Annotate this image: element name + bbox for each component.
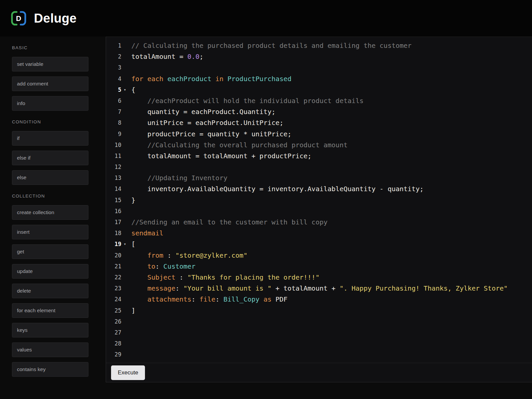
- token-plain: :: [175, 273, 187, 281]
- code-line: 29: [106, 349, 532, 360]
- token-id: Bill_Copy: [223, 295, 259, 303]
- fold-slot: [121, 117, 131, 128]
- code-line: 2totalAmount = 0.0;: [106, 51, 532, 62]
- sidebar-item-get[interactable]: get: [12, 244, 88, 259]
- execute-button[interactable]: Execute: [111, 365, 145, 380]
- token-id: ProductPurchased: [227, 75, 292, 83]
- line-number: 1: [106, 40, 121, 51]
- fold-slot: [121, 272, 131, 283]
- code-area[interactable]: 1// Calculating the purchased product de…: [106, 37, 532, 363]
- code-line: 19▾[: [106, 239, 532, 250]
- line-number: 15: [106, 195, 121, 206]
- main-content: BASICset variableadd commentinfoCONDITIO…: [0, 37, 532, 399]
- token-str: ". Happy Purchasing! Thanks, Zylker Stor…: [339, 284, 508, 292]
- code-line: 16: [106, 206, 532, 217]
- line-number: 22: [106, 272, 121, 283]
- fold-slot: [121, 294, 131, 305]
- sidebar-item-delete[interactable]: delete: [12, 284, 88, 298]
- line-number: 8: [106, 117, 121, 128]
- fold-slot: [121, 51, 131, 62]
- code-line: 11 totalAmount = totalAmount + productPr…: [106, 151, 532, 162]
- line-number: 24: [106, 294, 121, 305]
- code-text: // Calculating the purchased product det…: [131, 40, 412, 51]
- token-plain: totalAmount =: [131, 53, 188, 61]
- fold-slot: [121, 162, 131, 173]
- sidebar-item-values[interactable]: values: [12, 342, 88, 357]
- sidebar-item-keys[interactable]: keys: [12, 323, 88, 337]
- sidebar-section-label: BASIC: [12, 45, 106, 50]
- line-number: 4: [106, 73, 121, 84]
- code-line: 27: [106, 327, 532, 338]
- code-line: 3: [106, 62, 532, 73]
- code-text: for each eachProduct in ProductPurchased: [131, 73, 292, 84]
- line-number: 12: [106, 162, 121, 173]
- fold-slot: [121, 184, 131, 195]
- code-line: 8 unitPrice = eachProduct.UnitPrice;: [106, 117, 532, 128]
- token-kw: sendmail: [131, 229, 163, 237]
- fold-slot: [121, 129, 131, 140]
- token-kw: from: [131, 251, 163, 259]
- line-number: 5: [106, 84, 121, 95]
- token-plain: quantity = eachProduct.Quantity;: [131, 108, 275, 116]
- code-text: attachments: file: Bill_Copy as PDF: [131, 294, 288, 305]
- token-plain: productPrice = quantity * unitPrice;: [131, 130, 292, 138]
- code-line: 18sendmail: [106, 228, 532, 239]
- sidebar-item-contains-key[interactable]: contains key: [12, 362, 88, 377]
- code-text: totalAmount = 0.0;: [131, 51, 203, 62]
- token-plain: [: [131, 240, 135, 248]
- code-line: 21 to: Customer: [106, 261, 532, 272]
- fold-slot: [121, 140, 131, 151]
- code-line: 24 attachments: file: Bill_Copy as PDF: [106, 294, 532, 305]
- sidebar-item-create-collection[interactable]: create collection: [12, 205, 88, 220]
- token-plain: totalAmount = totalAmount + productPrice…: [131, 152, 312, 160]
- code-text: {: [131, 84, 135, 95]
- token-kw: in: [211, 75, 227, 83]
- fold-slot: [121, 228, 131, 239]
- fold-arrow-icon[interactable]: ▾: [121, 239, 131, 250]
- token-comment: //Sending an email to the customer with …: [131, 218, 328, 226]
- token-str: "Thanks for placing the order!!!": [188, 273, 320, 281]
- line-number: 20: [106, 250, 121, 261]
- sidebar-item-update[interactable]: update: [12, 264, 88, 279]
- sidebar-item-info[interactable]: info: [12, 96, 88, 111]
- code-text: message: "Your bill amount is " + totalA…: [131, 283, 508, 294]
- code-line: 10 //Calculating the overall purchased p…: [106, 140, 532, 151]
- fold-arrow-icon[interactable]: ▾: [121, 84, 131, 95]
- token-plain: {: [131, 86, 135, 94]
- token-plain: }: [131, 196, 135, 204]
- token-comment: //Calculating the overall purchased prod…: [131, 141, 347, 149]
- sidebar: BASICset variableadd commentinfoCONDITIO…: [0, 37, 106, 399]
- deluge-logo-icon: D: [10, 10, 27, 27]
- token-plain: PDF: [276, 295, 288, 303]
- sidebar-item-insert[interactable]: insert: [12, 225, 88, 239]
- token-comment: // Calculating the purchased product det…: [131, 42, 412, 50]
- sidebar-item-add-comment[interactable]: add comment: [12, 76, 88, 91]
- token-comment: //Updating Inventory: [131, 174, 227, 182]
- token-kw: message: [131, 284, 175, 292]
- token-str: "Your bill amount is ": [184, 284, 272, 292]
- code-line: 7 quantity = eachProduct.Quantity;: [106, 106, 532, 117]
- code-text: [: [131, 239, 135, 250]
- line-number: 3: [106, 62, 121, 73]
- line-number: 21: [106, 261, 121, 272]
- app-header: D Deluge: [0, 0, 532, 37]
- code-text: //Calculating the overall purchased prod…: [131, 140, 347, 151]
- line-number: 16: [106, 206, 121, 217]
- fold-slot: [121, 151, 131, 162]
- sidebar-item-else[interactable]: else: [12, 170, 88, 185]
- sidebar-item-else-if[interactable]: else if: [12, 151, 88, 165]
- code-line: 5▾{: [106, 84, 532, 95]
- fold-slot: [121, 40, 131, 51]
- code-line: 15}: [106, 195, 532, 206]
- sidebar-item-set-variable[interactable]: set variable: [12, 57, 88, 71]
- token-kw: attachments: [131, 295, 192, 303]
- code-line: 6 //eachProduct will hold the individual…: [106, 95, 532, 106]
- token-kw: Subject: [131, 273, 175, 281]
- app-window: D Deluge BASICset variableadd commentinf…: [0, 0, 532, 399]
- sidebar-item-if[interactable]: if: [12, 131, 88, 146]
- sidebar-item-for-each-element[interactable]: for each element: [12, 303, 88, 318]
- line-number: 18: [106, 228, 121, 239]
- line-number: 23: [106, 283, 121, 294]
- code-line: 12: [106, 162, 532, 173]
- app-title: Deluge: [34, 11, 77, 26]
